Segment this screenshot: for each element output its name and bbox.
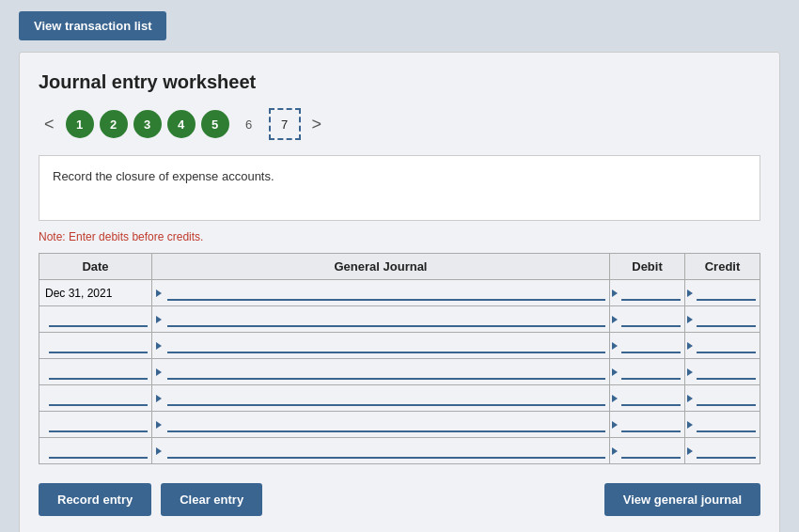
arrow-indicator-icon [156,289,162,297]
arrow-indicator-icon [156,342,162,350]
credit-arrow-icon [687,368,693,376]
table-row [39,359,760,385]
arrow-indicator-icon [156,316,162,323]
credit-arrow-icon [687,289,693,297]
arrow-indicator-icon [156,395,162,402]
credit-cell[interactable] [685,280,760,306]
debit-arrow-icon [612,368,618,376]
arrow-indicator-icon [156,368,162,376]
debit-column-header: Debit [610,254,685,280]
table-row [39,385,760,412]
debit-cell[interactable] [610,280,685,306]
page-2-button[interactable]: 2 [100,110,128,138]
journal-table: Date General Journal Debit Credit Dec 31… [39,253,760,464]
debit-cell[interactable] [610,385,685,412]
arrow-indicator-icon [156,447,162,455]
view-general-journal-button[interactable]: View general journal [604,483,760,516]
journal-cell[interactable] [152,412,610,438]
page-3-button[interactable]: 3 [133,110,162,138]
top-bar: View transaction list [0,0,799,52]
debit-cell[interactable] [610,438,685,464]
journal-cell[interactable] [152,306,610,333]
credit-cell[interactable] [685,385,760,412]
prev-page-button[interactable]: < [39,113,60,136]
actions-row: Record entry Clear entry View general jo… [39,483,760,516]
page-7-button[interactable]: 7 [269,108,301,140]
description-box: Record the closure of expense accounts. [39,155,760,221]
debit-arrow-icon [612,421,618,429]
journal-cell[interactable] [152,333,610,359]
note-text: Note: Enter debits before credits. [39,230,760,243]
arrow-indicator-icon [156,421,162,429]
debit-cell[interactable] [610,333,685,359]
clear-entry-button[interactable]: Clear entry [161,483,262,516]
next-page-button[interactable]: > [306,113,328,136]
credit-cell[interactable] [685,359,760,385]
view-transaction-button[interactable]: View transaction list [19,11,166,40]
debit-cell[interactable] [610,306,685,333]
debit-arrow-icon [612,316,618,323]
credit-cell[interactable] [685,438,760,464]
general-journal-column-header: General Journal [152,254,610,280]
pagination: < 1 2 3 4 5 6 7 > [39,108,760,140]
journal-cell[interactable] [152,359,610,385]
journal-cell[interactable] [152,280,610,306]
debit-arrow-icon [612,395,618,402]
date-column-header: Date [39,254,152,280]
date-cell[interactable] [39,385,152,412]
date-cell[interactable] [39,438,152,464]
credit-arrow-icon [687,395,693,402]
page-6-button[interactable]: 6 [235,110,263,138]
date-cell[interactable] [39,359,152,385]
main-container: Journal entry worksheet < 1 2 3 4 5 6 7 … [19,52,780,532]
credit-arrow-icon [687,316,693,323]
credit-cell[interactable] [685,412,760,438]
table-row [39,333,760,359]
page-1-button[interactable]: 1 [66,110,94,138]
credit-cell[interactable] [685,333,760,359]
credit-arrow-icon [687,342,693,350]
credit-column-header: Credit [685,254,760,280]
page-5-button[interactable]: 5 [201,110,229,138]
debit-arrow-icon [612,289,618,297]
table-row [39,412,760,438]
table-row [39,306,760,333]
date-cell[interactable]: Dec 31, 2021 [39,280,152,306]
page-4-button[interactable]: 4 [167,110,196,138]
description-text: Record the closure of expense accounts. [53,169,274,183]
debit-arrow-icon [612,342,618,350]
journal-cell[interactable] [152,385,610,412]
credit-arrow-icon [687,447,693,455]
journal-cell[interactable] [152,438,610,464]
debit-cell[interactable] [610,412,685,438]
credit-arrow-icon [687,421,693,429]
worksheet-title: Journal entry worksheet [39,71,760,93]
credit-cell[interactable] [685,306,760,333]
debit-arrow-icon [612,447,618,455]
table-header-row: Date General Journal Debit Credit [39,254,760,280]
date-cell[interactable] [39,333,152,359]
date-cell[interactable] [39,412,152,438]
debit-cell[interactable] [610,359,685,385]
table-row [39,438,760,464]
table-row: Dec 31, 2021 [39,280,760,306]
record-entry-button[interactable]: Record entry [39,483,151,516]
date-cell[interactable] [39,306,152,333]
